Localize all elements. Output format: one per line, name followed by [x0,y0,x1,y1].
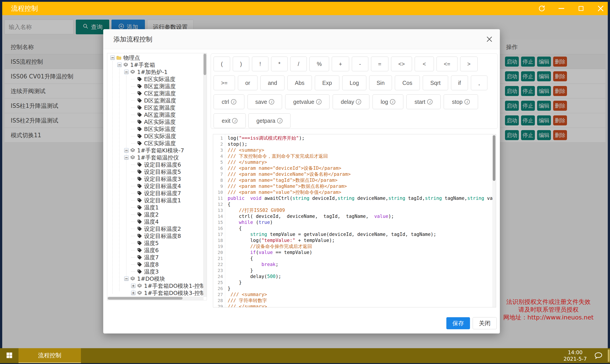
tree-item[interactable]: A区监测温度 [107,111,203,118]
tree-item[interactable]: D区监测温度 [107,97,203,104]
scrollbar-thumb[interactable] [108,297,183,300]
operator-<[interactable]: < [415,57,434,71]
tree-item[interactable]: 设定目标温度2 [107,225,203,232]
dialog-header: 添加流程控制 [103,29,500,49]
operator-<>[interactable]: <> [391,57,412,71]
tree-vertical-scrollbar[interactable] [203,53,207,297]
operator--[interactable]: - [352,57,368,71]
tree-item[interactable]: 温度2 [107,211,203,218]
tree-item[interactable]: −1#手套箱 [107,61,203,68]
operator-%[interactable]: % [310,57,329,71]
tree-item[interactable]: −1#手套箱KI模块-7 [107,147,203,154]
operator-([interactable]: ( [214,57,230,71]
tree-item[interactable]: 设定目标温度8 [107,232,203,239]
tree-item[interactable]: 温度5 [107,239,203,247]
tree-item[interactable]: −1#DO模块 [107,275,203,282]
tree-item[interactable]: A区实际温度 [107,118,203,125]
script-editor[interactable]: 1234567891011121314151617181920212223242… [213,134,496,307]
code-area[interactable]: log("===iss调试模式程序开始");stop();/// <summar… [225,134,492,307]
tree-item[interactable]: E区监测温度 [107,104,203,111]
tree-item[interactable]: −1#加热炉-1 [107,68,203,76]
tree-item[interactable]: 设定目标温度4 [107,182,203,190]
operator-Sin[interactable]: Sin [369,76,392,90]
tree-item[interactable]: 温度4 [107,218,203,225]
taskbar-app-process-control[interactable]: 流程控制 [18,348,81,363]
tree-item[interactable]: 设定目标温度7 [107,190,203,197]
minimize-icon[interactable] [557,4,565,13]
line-number: 19 [213,244,225,249]
editor-vertical-scrollbar[interactable] [492,134,496,307]
scrollbar-thumb[interactable] [493,135,495,181]
operator-getvalue[interactable]: getvaluei [285,94,329,109]
save-button[interactable]: 保存 [446,317,470,329]
tree-item[interactable]: 设定目标温度6 [107,161,203,168]
line-number: 11 [213,195,225,201]
taskbar-clock[interactable]: 14:00 2021-5-7 [564,349,587,362]
operator-Exp[interactable]: Exp [315,76,339,90]
operator-<=[interactable]: <= [436,57,458,71]
tree-item[interactable]: −物理点 [107,54,203,61]
tree-item[interactable]: 温度1 [107,204,203,211]
start-button[interactable] [0,348,18,363]
operator-save[interactable]: savei [247,94,282,109]
operator->=[interactable]: >= [214,76,235,90]
chat-bubble-icon[interactable] [594,351,603,360]
refresh-icon[interactable] [538,4,546,13]
operator-getpara[interactable]: getparai [248,113,290,128]
operator-stop[interactable]: stopi [444,94,478,109]
operator-=[interactable]: = [371,57,388,71]
operator-![interactable]: ! [252,57,269,71]
operator-Log[interactable]: Log [342,76,366,90]
tree-item[interactable]: +1#手套箱DO模块1-控制交 [107,282,203,289]
tree-item[interactable]: E区实际温度 [107,76,203,83]
operator-*[interactable]: * [271,57,288,71]
operator-Cos[interactable]: Cos [395,76,420,90]
operator-)[interactable]: ) [233,57,249,71]
collapse-box-icon[interactable]: − [124,70,129,74]
operator-exit[interactable]: exiti [214,113,246,128]
tree-item[interactable]: C区监测温度 [107,90,203,97]
maximize-icon[interactable] [577,4,585,13]
dialog-close-icon[interactable] [485,35,494,43]
tree-item[interactable]: 温度7 [107,254,203,261]
close-button[interactable]: 关闭 [473,317,497,329]
tree-item-label: C区实际温度 [144,140,176,147]
scrollbar-thumb[interactable] [203,54,206,75]
close-icon[interactable] [597,4,605,13]
show-desktop-button[interactable] [608,350,610,362]
operator-Sqrt[interactable]: Sqrt [423,76,448,90]
operator-+[interactable]: + [332,57,349,71]
collapse-box-icon[interactable]: − [124,155,129,160]
operator-and[interactable]: and [260,76,285,90]
tree-item[interactable]: +1#手套箱DO模块3-控制电 [107,289,203,297]
collapse-box-icon[interactable]: − [110,55,115,60]
operator-or[interactable]: or [238,76,258,90]
operator-/[interactable]: / [290,57,307,71]
tree-item[interactable]: 设定目标温度5 [107,168,203,175]
operator->[interactable]: > [460,57,477,71]
tree-item[interactable]: 设定目标温度3 [107,175,203,182]
operator-delay[interactable]: delayi [333,94,369,109]
operator-if[interactable]: if [451,76,468,90]
collapse-box-icon[interactable]: − [124,276,129,281]
operator-,[interactable]: , [471,76,487,90]
expand-box-icon[interactable]: + [131,284,136,288]
operator-ctrl[interactable]: ctrli [214,94,244,109]
tree-item[interactable]: 设定目标温度1 [107,197,203,204]
collapse-box-icon[interactable]: − [117,63,122,67]
collapse-box-icon[interactable]: − [124,148,129,153]
tree-item[interactable]: D区实际温度 [107,132,203,140]
tree-item[interactable]: 温度3 [107,268,203,275]
tree-item[interactable]: 温度8 [107,261,203,268]
tree-item[interactable]: B区实际温度 [107,125,203,132]
operator-start[interactable]: starti [407,94,441,109]
operator-label: >= [221,80,227,86]
tree-horizontal-scrollbar[interactable] [107,297,203,300]
tree-item[interactable]: 温度6 [107,247,203,254]
tree-item[interactable]: B区监测温度 [107,83,203,90]
operator-log[interactable]: logi [373,94,403,109]
tree-item[interactable]: −1#手套箱温控仪 [107,154,203,161]
operator-Abs[interactable]: Abs [287,76,312,90]
expand-box-icon[interactable]: + [131,291,136,295]
tree-item[interactable]: C区实际温度 [107,140,203,147]
